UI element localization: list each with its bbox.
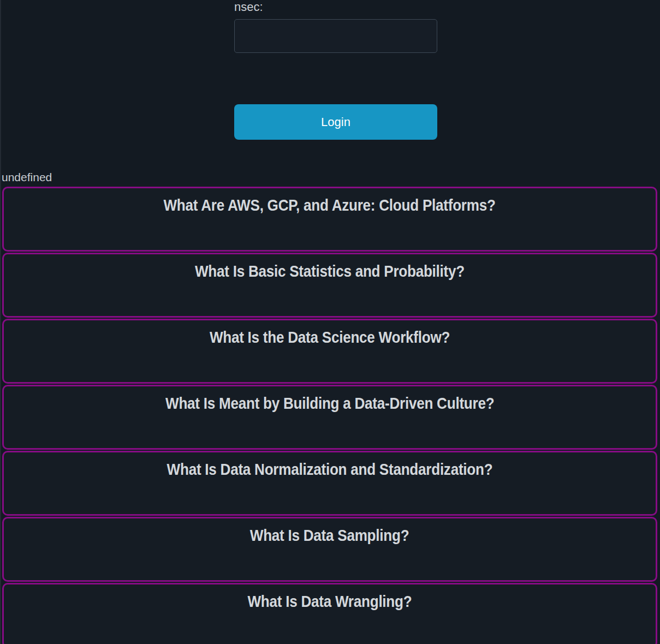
question-card-title: What Is Meant by Building a Data-Driven … [4,393,656,414]
login-form: nsec: Login [234,0,437,140]
page-left-edge [0,0,1,644]
login-button[interactable]: Login [234,104,437,140]
nsec-label: nsec: [234,1,437,14]
question-card[interactable]: What Are AWS, GCP, and Azure: Cloud Plat… [2,187,657,252]
question-card[interactable]: What Is Data Wrangling? [2,583,657,644]
question-card[interactable]: What Is the Data Science Workflow? [2,319,657,384]
status-text: undefined [2,171,660,183]
question-card[interactable]: What Is Data Normalization and Standardi… [2,451,657,516]
page: nsec: Login undefined What Are AWS, GCP,… [0,0,660,644]
question-card-title: What Is Data Wrangling? [4,591,656,612]
question-card-title: What Is the Data Science Workflow? [4,327,656,348]
question-card-title: What Is Data Sampling? [4,525,656,546]
question-card-title: What Are AWS, GCP, and Azure: Cloud Plat… [4,195,656,216]
nsec-input[interactable] [234,19,437,53]
question-card-list: What Are AWS, GCP, and Azure: Cloud Plat… [2,187,657,644]
question-card-title: What Is Data Normalization and Standardi… [4,459,656,480]
question-card[interactable]: What Is Data Sampling? [2,517,657,582]
question-card-title: What Is Basic Statistics and Probability… [4,261,656,282]
question-card[interactable]: What Is Basic Statistics and Probability… [2,253,657,318]
question-card[interactable]: What Is Meant by Building a Data-Driven … [2,385,657,450]
